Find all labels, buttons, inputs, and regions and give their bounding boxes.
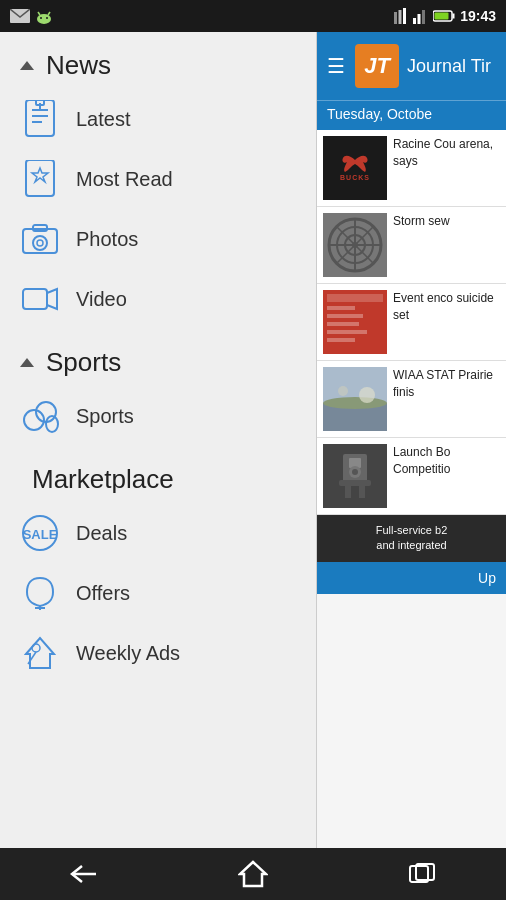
svg-rect-8 xyxy=(403,8,406,24)
journal-title: Journal Tir xyxy=(407,56,491,77)
sports-section-header[interactable]: Sports xyxy=(0,329,316,386)
wiaa-thumbnail xyxy=(323,367,387,431)
ad-line2: and integrated xyxy=(323,538,500,553)
most-read-label: Most Read xyxy=(76,168,173,191)
latest-label: Latest xyxy=(76,108,130,131)
ad-banner[interactable]: Full-service b2 and integrated xyxy=(317,515,506,562)
sidebar-item-sports[interactable]: Sports xyxy=(0,386,316,446)
svg-rect-50 xyxy=(327,314,363,318)
event-headline: Event enco suicide set xyxy=(393,290,500,324)
svg-rect-51 xyxy=(327,322,359,326)
date-bar: Tuesday, Octobe xyxy=(317,100,506,130)
svg-point-26 xyxy=(37,240,43,246)
svg-marker-22 xyxy=(32,168,48,182)
news-item-launch[interactable]: Launch Bo Competitio xyxy=(317,438,506,515)
deals-label: Deals xyxy=(76,522,127,545)
jt-logo: JT xyxy=(355,44,399,88)
svg-rect-63 xyxy=(345,486,351,498)
status-bar: 19:43 xyxy=(0,0,506,32)
svg-marker-68 xyxy=(240,862,266,886)
back-button[interactable] xyxy=(54,856,114,892)
sidebar-item-offers[interactable]: Offers xyxy=(0,563,316,623)
bottom-nav xyxy=(0,848,506,900)
storm-headline: Storm sew xyxy=(393,213,450,230)
wiaa-headline: WIAA STAT Prairie finis xyxy=(393,367,500,401)
sidebar-item-deals[interactable]: SALE Deals xyxy=(0,503,316,563)
android-icon xyxy=(36,7,52,25)
sidebar-item-latest[interactable]: Latest xyxy=(0,89,316,149)
svg-rect-52 xyxy=(327,330,367,334)
sidebar: News Latest Mo xyxy=(0,32,316,860)
svg-rect-62 xyxy=(339,480,371,486)
svg-rect-49 xyxy=(327,306,355,310)
svg-point-3 xyxy=(46,17,48,19)
offers-icon xyxy=(20,573,60,613)
sports-section-title: Sports xyxy=(46,347,121,378)
news-section-title: News xyxy=(46,50,111,81)
news-list: BUCKS Racine Cou arena, says xyxy=(317,130,506,515)
launch-thumbnail xyxy=(323,444,387,508)
weekly-ads-label: Weekly Ads xyxy=(76,642,180,665)
home-button[interactable] xyxy=(223,856,283,892)
svg-rect-6 xyxy=(394,12,397,24)
svg-rect-10 xyxy=(418,14,421,24)
news-item-event[interactable]: Event enco suicide set xyxy=(317,284,506,361)
right-panel: ☰ JT Journal Tir Tuesday, Octobe BUCKS R… xyxy=(316,32,506,860)
svg-rect-9 xyxy=(413,18,416,24)
offers-label: Offers xyxy=(76,582,130,605)
svg-rect-14 xyxy=(435,13,449,20)
svg-rect-64 xyxy=(359,486,365,498)
storm-thumbnail xyxy=(323,213,387,277)
svg-rect-27 xyxy=(23,289,47,309)
svg-rect-11 xyxy=(422,10,425,24)
news-chevron-icon xyxy=(20,61,34,70)
news-item-wiaa[interactable]: WIAA STAT Prairie finis xyxy=(317,361,506,438)
most-read-icon xyxy=(20,159,60,199)
blue-bottom-text: Up xyxy=(478,570,496,586)
sidebar-item-weekly-ads[interactable]: Weekly Ads xyxy=(0,623,316,683)
marketplace-section-header[interactable]: Marketplace xyxy=(0,446,316,503)
battery-icon xyxy=(433,10,455,22)
svg-point-57 xyxy=(359,387,375,403)
svg-point-56 xyxy=(323,397,387,409)
latest-icon xyxy=(20,99,60,139)
status-icons-right: 19:43 xyxy=(393,8,496,24)
photos-icon xyxy=(20,219,60,259)
ad-line1: Full-service b2 xyxy=(323,523,500,538)
event-thumbnail xyxy=(323,290,387,354)
svg-text:BUCKS: BUCKS xyxy=(340,174,370,181)
time-display: 19:43 xyxy=(460,8,496,24)
news-section-header[interactable]: News xyxy=(0,32,316,89)
blue-bottom-bar[interactable]: Up xyxy=(317,562,506,594)
main-layout: News Latest Mo xyxy=(0,32,506,860)
svg-line-4 xyxy=(38,12,40,15)
deals-icon: SALE xyxy=(20,513,60,553)
svg-point-30 xyxy=(46,416,58,432)
svg-text:SALE: SALE xyxy=(23,527,58,542)
svg-rect-53 xyxy=(327,338,355,342)
racine-headline: Racine Cou arena, says xyxy=(393,136,500,170)
svg-point-66 xyxy=(352,469,358,475)
news-item-racine[interactable]: BUCKS Racine Cou arena, says xyxy=(317,130,506,207)
sidebar-item-most-read[interactable]: Most Read xyxy=(0,149,316,209)
bucks-thumbnail: BUCKS xyxy=(323,136,387,200)
svg-rect-7 xyxy=(399,10,402,24)
recents-button[interactable] xyxy=(392,856,452,892)
sports-label: Sports xyxy=(76,405,134,428)
marketplace-section-title: Marketplace xyxy=(32,464,174,495)
svg-rect-13 xyxy=(453,14,455,19)
sports-chevron-icon xyxy=(20,358,34,367)
svg-point-58 xyxy=(338,386,348,396)
svg-line-5 xyxy=(48,12,50,15)
hamburger-icon[interactable]: ☰ xyxy=(327,54,345,78)
sidebar-item-photos[interactable]: Photos xyxy=(0,209,316,269)
launch-headline: Launch Bo Competitio xyxy=(393,444,500,478)
news-item-storm[interactable]: Storm sew xyxy=(317,207,506,284)
right-header: ☰ JT Journal Tir xyxy=(317,32,506,100)
status-icons-left xyxy=(10,7,52,25)
weekly-ads-icon xyxy=(20,633,60,673)
video-label: Video xyxy=(76,288,127,311)
svg-point-2 xyxy=(40,17,42,19)
sidebar-item-video[interactable]: Video xyxy=(0,269,316,329)
page-icon xyxy=(393,8,407,24)
